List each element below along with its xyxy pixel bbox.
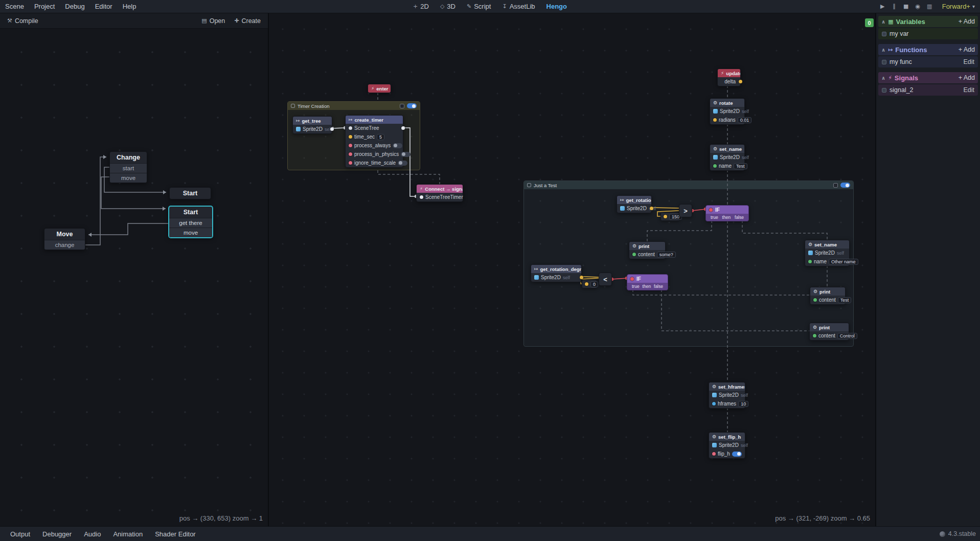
vs-node-rotate[interactable]: ⚙rotateSprite2Dselfradians0.01 [710, 98, 745, 125]
vs-node-connect_signal_2[interactable]: ⚡Connect → signal_2SceneTreeTimer [416, 184, 463, 202]
vs-node-set_flip_h[interactable]: ⚙set_flip_hSprite2Dselfflip_h [709, 432, 745, 459]
chevron-up-icon[interactable]: ∧ [881, 47, 885, 53]
state-node-change[interactable]: Changestartmove [109, 151, 147, 183]
section-header-functions[interactable]: ∧↦Functions+ Add [878, 44, 978, 55]
value-field[interactable]: Other name [829, 259, 858, 265]
movie-mode-icon[interactable]: ▥ [924, 3, 935, 10]
value-field[interactable]: Control [837, 333, 857, 339]
frame-checkbox[interactable] [527, 183, 531, 187]
member-row-my-var[interactable]: my var [878, 28, 978, 39]
input-port[interactable] [585, 282, 588, 286]
state-node-item[interactable]: start [110, 163, 147, 173]
bottom-tab-shader-editor[interactable]: Shader Editor [149, 527, 202, 541]
add-variables-button[interactable]: + Add [959, 18, 975, 25]
play-icon[interactable]: ▶ [877, 3, 888, 10]
create-button[interactable]: ✚ Create [231, 16, 264, 26]
branch-true[interactable]: true [711, 215, 718, 220]
open-button[interactable]: ▤ Open [198, 16, 228, 26]
input-port[interactable] [349, 144, 352, 147]
vs-node-get_tree[interactable]: ↦get_treeSprite2Dself [292, 116, 332, 134]
input-port[interactable] [420, 195, 423, 199]
input-port[interactable] [813, 298, 817, 302]
vs-node-if_2[interactable]: IFtruethenfalse [627, 274, 668, 290]
branch-false[interactable]: false [735, 215, 744, 220]
input-port[interactable] [712, 402, 716, 405]
input-port[interactable] [632, 253, 636, 256]
toggle-switch[interactable] [398, 161, 407, 166]
edit-button[interactable]: Edit [963, 86, 974, 94]
bottom-tab-output[interactable]: Output [4, 527, 36, 541]
frame-checkbox[interactable] [291, 104, 295, 108]
branch-then[interactable]: then [643, 284, 651, 289]
input-port[interactable] [349, 152, 352, 156]
input-port[interactable] [813, 334, 816, 337]
script-graph-canvas[interactable]: 0 pos → (321, -269) zoom → 0.65 Timer Cr… [269, 13, 876, 526]
vs-node-get_rotation[interactable]: ↦get_rotationSprite2Dself [617, 195, 652, 213]
condition-port[interactable] [630, 277, 634, 281]
stop-icon[interactable]: ■ [901, 3, 911, 10]
output-port[interactable] [401, 126, 405, 130]
frame-color-swatch[interactable] [833, 183, 838, 188]
state-node-start[interactable]: Startget theremove [169, 206, 213, 238]
bottom-tab-animation[interactable]: Animation [107, 527, 149, 541]
value-field[interactable]: some? [657, 252, 676, 258]
value-field[interactable]: 10 [738, 401, 748, 407]
vs-node-set_name_other[interactable]: ⚙set_nameSprite2DselfnameOther name [805, 240, 850, 266]
frame-toggle[interactable] [407, 103, 417, 108]
input-port[interactable] [713, 118, 717, 122]
section-header-variables[interactable]: ∧▦Variables+ Add [878, 16, 978, 27]
toggle-switch[interactable] [393, 143, 402, 148]
renderer-select[interactable]: Forward+ ▾ [942, 3, 975, 10]
state-node-item[interactable]: get there [169, 218, 212, 228]
input-port[interactable] [664, 215, 667, 218]
vs-node-set_hframes[interactable]: ⚙set_hframesSprite2Dselfhframes10 [709, 382, 745, 409]
vs-node-create_timer[interactable]: ↦create_timerSceneTreetime_sec5process_a… [345, 115, 403, 168]
vs-node-print_test[interactable]: ⚙printcontentTest [810, 287, 846, 305]
frame-toggle[interactable] [840, 183, 850, 188]
value-field[interactable]: Test [734, 163, 747, 169]
value-field[interactable]: 0 [590, 281, 598, 287]
vs-value-val_0[interactable]: 0 [582, 280, 597, 288]
output-port[interactable] [650, 207, 653, 210]
input-port[interactable] [349, 126, 352, 130]
vs-node-print_some[interactable]: ⚙printcontentsome? [629, 241, 666, 259]
workspace-tab-hengo[interactable]: Hengo [546, 3, 567, 10]
chevron-up-icon[interactable]: ∧ [881, 19, 885, 25]
value-field[interactable]: Test [838, 297, 852, 303]
state-node-item[interactable]: change [44, 240, 85, 250]
workspace-tab-script[interactable]: ✎Script [467, 3, 491, 10]
state-node-start-entry[interactable]: Start [169, 187, 211, 199]
vs-op-op_gt[interactable]: > [679, 204, 692, 217]
frame-header[interactable]: Just a Test [524, 181, 853, 189]
branch-true[interactable]: true [632, 284, 640, 289]
input-port[interactable] [349, 135, 352, 139]
input-port[interactable] [349, 161, 352, 165]
vs-value-val_150[interactable]: 150 [660, 212, 680, 221]
edit-button[interactable]: Edit [963, 58, 974, 65]
branch-false[interactable]: false [654, 284, 663, 289]
state-node-item[interactable]: move [169, 228, 212, 237]
input-port[interactable] [808, 260, 812, 263]
pause-icon[interactable]: ∥ [889, 3, 900, 10]
add-functions-button[interactable]: + Add [959, 46, 975, 53]
state-node-move[interactable]: Movechange [44, 228, 85, 250]
vs-op-op_lt[interactable]: < [599, 273, 612, 286]
frame-header[interactable]: Timer Creation [288, 102, 420, 110]
workspace-tab-2d[interactable]: +2D [413, 3, 429, 10]
output-port[interactable] [580, 276, 583, 279]
input-port[interactable] [712, 452, 716, 456]
state-graph-canvas[interactable]: pos → (330, 653) zoom → 1 Changestartmov… [0, 29, 268, 526]
state-node-item[interactable]: move [110, 173, 147, 183]
menu-help[interactable]: Help [118, 0, 142, 13]
output-port[interactable] [330, 127, 334, 131]
vs-node-enter[interactable]: ⚡enter [368, 84, 391, 93]
bottom-tab-audio[interactable]: Audio [78, 527, 107, 541]
chevron-up-icon[interactable]: ∧ [881, 75, 885, 81]
vs-node-update[interactable]: ⚡updatedelta [717, 69, 741, 86]
remote-debug-icon[interactable]: ◉ [913, 3, 923, 10]
toggle-switch[interactable] [732, 452, 742, 457]
menu-editor[interactable]: Editor [90, 0, 118, 13]
add-signals-button[interactable]: + Add [959, 74, 975, 81]
menu-project[interactable]: Project [29, 0, 60, 13]
menu-debug[interactable]: Debug [60, 0, 89, 13]
